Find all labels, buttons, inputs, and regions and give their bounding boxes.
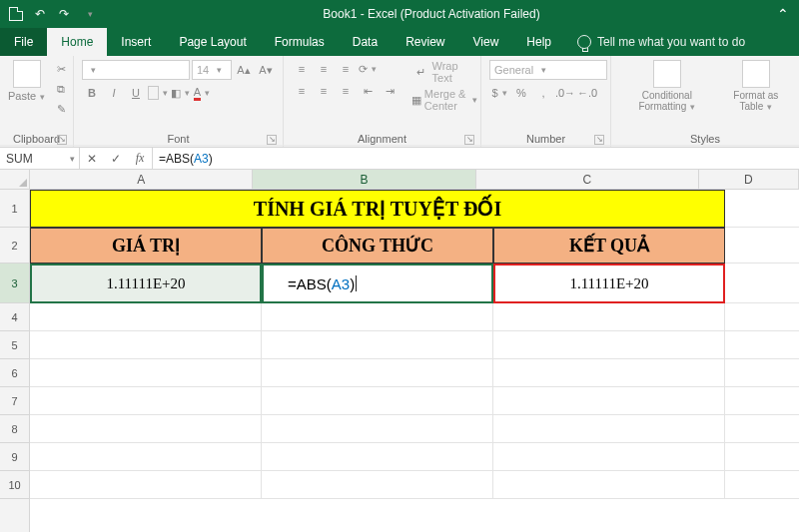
decrease-indent-icon[interactable]: ⇤	[358, 82, 378, 100]
cancel-icon[interactable]: ✕	[80, 152, 104, 166]
align-right-icon[interactable]: ≡	[336, 82, 356, 100]
cut-icon[interactable]: ✂	[51, 60, 71, 78]
col-header-b[interactable]: B	[253, 170, 475, 189]
col-header-d[interactable]: D	[699, 170, 799, 189]
row-header-9[interactable]: 9	[0, 443, 29, 471]
cell-d9[interactable]	[725, 443, 799, 471]
row-header-8[interactable]: 8	[0, 415, 29, 443]
percent-button[interactable]: %	[511, 84, 531, 102]
cell-a7[interactable]	[30, 387, 262, 415]
cell-d3[interactable]	[725, 264, 799, 303]
tab-insert[interactable]: Insert	[107, 28, 165, 56]
bold-button[interactable]: B	[82, 84, 102, 102]
cell-c6[interactable]	[493, 359, 725, 387]
borders-button[interactable]	[148, 84, 168, 102]
decrease-decimal-icon[interactable]: ←.0	[577, 84, 597, 102]
tab-home[interactable]: Home	[47, 28, 107, 56]
cell-c5[interactable]	[493, 331, 725, 359]
redo-icon[interactable]: ↷	[56, 6, 72, 22]
font-color-button[interactable]: A	[192, 84, 212, 102]
format-painter-icon[interactable]: ✎	[51, 100, 71, 118]
align-left-icon[interactable]: ≡	[292, 82, 312, 100]
clipboard-launcher-icon[interactable]: ↘	[57, 135, 67, 145]
cell-d2[interactable]	[725, 228, 799, 264]
worksheet[interactable]: A B C D 1 2 3 4 5 6 7 8 9 10 TÍNH GIÁ TR…	[0, 170, 799, 532]
cell-b7[interactable]	[262, 387, 493, 415]
alignment-launcher-icon[interactable]: ↘	[464, 135, 474, 145]
align-top-icon[interactable]: ≡	[292, 60, 312, 78]
col-header-a[interactable]: A	[30, 170, 253, 189]
increase-decimal-icon[interactable]: .0→	[555, 84, 575, 102]
cell-d5[interactable]	[725, 331, 799, 359]
cell-b6[interactable]	[262, 359, 493, 387]
cell-b4[interactable]	[262, 303, 493, 331]
align-middle-icon[interactable]: ≡	[314, 60, 334, 78]
font-launcher-icon[interactable]: ↘	[267, 135, 277, 145]
underline-button[interactable]: U	[126, 84, 146, 102]
cell-c10[interactable]	[493, 471, 725, 499]
cell-c3[interactable]: 1.11111E+20	[493, 264, 725, 303]
cell-title-merged[interactable]: TÍNH GIÁ TRỊ TUYỆT ĐỐI	[30, 190, 725, 228]
cell-b10[interactable]	[262, 471, 493, 499]
cell-a3[interactable]: 1.11111E+20	[30, 264, 262, 303]
cell-a8[interactable]	[30, 415, 262, 443]
row-header-5[interactable]: 5	[0, 331, 29, 359]
cell-d6[interactable]	[725, 359, 799, 387]
tab-data[interactable]: Data	[339, 28, 392, 56]
align-bottom-icon[interactable]: ≡	[336, 60, 356, 78]
decrease-font-icon[interactable]: A▾	[256, 61, 276, 79]
number-launcher-icon[interactable]: ↘	[594, 135, 604, 145]
tab-help[interactable]: Help	[512, 28, 565, 56]
cell-d8[interactable]	[725, 415, 799, 443]
align-center-icon[interactable]: ≡	[314, 82, 334, 100]
cell-d7[interactable]	[725, 387, 799, 415]
format-as-table-button[interactable]: Format as Table	[721, 60, 791, 113]
select-all-corner[interactable]	[0, 170, 30, 190]
accounting-format-button[interactable]: $	[489, 84, 509, 102]
row-header-2[interactable]: 2	[0, 228, 29, 264]
cell-c8[interactable]	[493, 415, 725, 443]
enter-icon[interactable]: ✓	[104, 152, 128, 166]
merge-center-button[interactable]: ▦Merge & Center	[411, 88, 477, 112]
tell-me[interactable]: Tell me what you want to do	[565, 28, 745, 56]
number-format-select[interactable]: General	[489, 60, 607, 80]
name-box[interactable]: SUM	[0, 148, 80, 169]
formula-input[interactable]: =ABS(A3)	[153, 148, 799, 169]
row-header-10[interactable]: 10	[0, 471, 29, 499]
cell-c4[interactable]	[493, 303, 725, 331]
cell-a2[interactable]: GIÁ TRỊ	[30, 228, 262, 264]
cell-c7[interactable]	[493, 387, 725, 415]
cell-c2[interactable]: KẾT QUẢ	[493, 228, 725, 264]
qat-customize-icon[interactable]	[80, 6, 96, 22]
increase-indent-icon[interactable]: ⇥	[380, 82, 400, 100]
row-header-3[interactable]: 3	[0, 264, 29, 303]
conditional-formatting-button[interactable]: Conditional Formatting	[619, 60, 715, 113]
cell-a9[interactable]	[30, 443, 262, 471]
font-name-select[interactable]	[82, 60, 190, 80]
orientation-icon[interactable]: ⟳	[358, 60, 378, 78]
row-header-6[interactable]: 6	[0, 359, 29, 387]
comma-button[interactable]: ,	[533, 84, 553, 102]
cell-d10[interactable]	[725, 471, 799, 499]
cell-b9[interactable]	[262, 443, 493, 471]
increase-font-icon[interactable]: A▴	[234, 61, 254, 79]
cell-a10[interactable]	[30, 471, 262, 499]
fx-icon[interactable]: fx	[128, 151, 152, 166]
cell-b3[interactable]: =ABS(A3)	[262, 264, 493, 303]
font-size-select[interactable]: 14	[192, 60, 232, 80]
paste-button[interactable]: Paste	[8, 60, 45, 102]
cell-a4[interactable]	[30, 303, 262, 331]
cell-a5[interactable]	[30, 331, 262, 359]
cell-d4[interactable]	[725, 303, 799, 331]
fill-color-button[interactable]: ◧	[170, 84, 190, 102]
tab-file[interactable]: File	[0, 28, 47, 56]
cell-a6[interactable]	[30, 359, 262, 387]
cell-b5[interactable]	[262, 331, 493, 359]
cell-d1[interactable]	[725, 190, 799, 228]
italic-button[interactable]: I	[104, 84, 124, 102]
cell-b2[interactable]: CÔNG THỨC	[262, 228, 493, 264]
save-icon[interactable]	[8, 6, 24, 22]
tab-page-layout[interactable]: Page Layout	[165, 28, 260, 56]
col-header-c[interactable]: C	[476, 170, 699, 189]
tab-review[interactable]: Review	[392, 28, 458, 56]
